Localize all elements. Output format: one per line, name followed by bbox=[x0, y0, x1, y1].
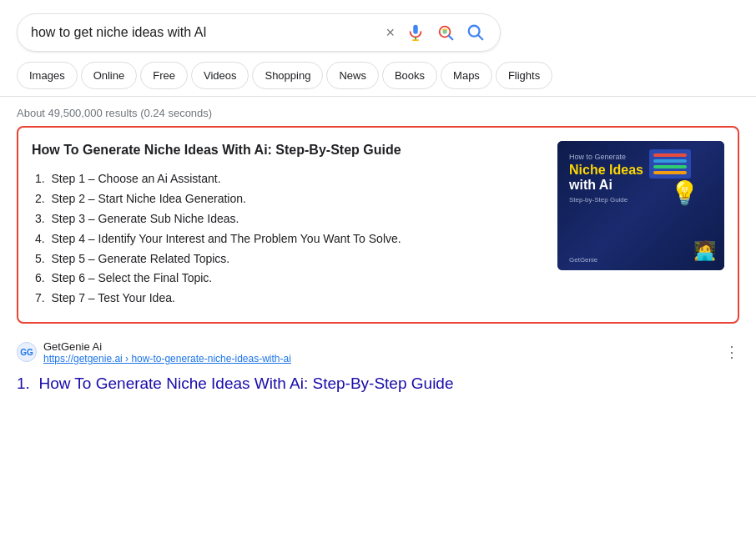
first-result-title: How To Generate Niche Ideas With Ai: Ste… bbox=[38, 375, 453, 392]
screen-line-2 bbox=[653, 159, 687, 163]
first-result-link[interactable]: 1. How To Generate Niche Ideas With Ai: … bbox=[17, 375, 453, 392]
img-screen bbox=[649, 149, 691, 179]
tab-books[interactable]: Books bbox=[382, 62, 437, 89]
clear-button[interactable]: × bbox=[384, 23, 396, 43]
source-favicon: GG bbox=[17, 342, 37, 362]
snippet-image-inner: How to Generate Niche Ideas with Ai Step… bbox=[557, 141, 724, 270]
featured-snippet: How To Generate Niche Ideas With Ai: Ste… bbox=[17, 126, 739, 324]
search-icons: × bbox=[384, 22, 486, 43]
screen-line-4 bbox=[653, 171, 687, 174]
list-item: 4. Step 4 – Identify Your Interest and T… bbox=[32, 229, 544, 249]
source-name: GetGenie Ai bbox=[43, 340, 291, 353]
snippet-title: How To Generate Niche Ideas With Ai: Ste… bbox=[32, 141, 544, 159]
img-step-text: Step-by-Step Guide bbox=[569, 196, 627, 204]
mic-icon bbox=[406, 23, 425, 42]
results-info: About 49,500,000 results (0.24 seconds) bbox=[0, 97, 756, 126]
screen-line-1 bbox=[653, 153, 687, 157]
mic-button[interactable] bbox=[405, 22, 426, 43]
tab-news[interactable]: News bbox=[326, 62, 379, 89]
snippet-image: How to Generate Niche Ideas with Ai Step… bbox=[557, 141, 724, 270]
tab-flights[interactable]: Flights bbox=[496, 62, 552, 89]
first-result-number: 1. bbox=[17, 375, 30, 392]
lens-button[interactable] bbox=[435, 22, 456, 43]
first-result: 1. How To Generate Niche Ideas With Ai: … bbox=[0, 371, 756, 400]
snippet-content: How To Generate Niche Ideas With Ai: Ste… bbox=[32, 141, 544, 309]
list-item: 2. Step 2 – Start Niche Idea Generation. bbox=[32, 189, 544, 209]
img-how-to-text: How to Generate bbox=[569, 153, 626, 161]
search-bar: × bbox=[17, 13, 501, 52]
img-bulb-icon: 💡 bbox=[670, 179, 699, 207]
snippet-list: 1. Step 1 – Choose an Ai Assistant. 2. S… bbox=[32, 169, 544, 309]
tab-shopping[interactable]: Shopping bbox=[252, 62, 323, 89]
search-submit-icon bbox=[466, 23, 485, 42]
tab-online[interactable]: Online bbox=[81, 62, 138, 89]
list-item: 6. Step 6 – Select the Final Topic. bbox=[32, 269, 544, 289]
img-with-ai-text: with Ai bbox=[569, 178, 612, 193]
img-person-icon: 🧑‍💻 bbox=[693, 240, 716, 262]
search-bar-container: × bbox=[0, 0, 756, 62]
tab-free[interactable]: Free bbox=[140, 62, 188, 89]
list-item: 3. Step 3 – Generate Sub Niche Ideas. bbox=[32, 209, 544, 229]
search-submit-button[interactable] bbox=[465, 22, 486, 43]
search-input[interactable] bbox=[31, 25, 384, 40]
img-branding-text: GetGenie bbox=[569, 256, 597, 264]
list-item: 1. Step 1 – Choose an Ai Assistant. bbox=[32, 169, 544, 189]
source-row: GG GetGenie Ai https://getgenie.ai › how… bbox=[0, 337, 756, 371]
img-niche-text: Niche Ideas bbox=[569, 163, 643, 178]
tab-images[interactable]: Images bbox=[17, 62, 78, 89]
nav-tabs: Images Online Free Videos Shopping News … bbox=[0, 62, 756, 97]
source-info: GetGenie Ai https://getgenie.ai › how-to… bbox=[43, 340, 291, 365]
svg-rect-0 bbox=[413, 25, 418, 34]
svg-line-6 bbox=[478, 35, 482, 39]
tab-maps[interactable]: Maps bbox=[441, 62, 492, 89]
list-item: 5. Step 5 – Generate Related Topics. bbox=[32, 249, 544, 269]
screen-line-3 bbox=[653, 165, 687, 168]
list-item: 7. Step 7 – Test Your Idea. bbox=[32, 289, 544, 309]
lens-icon bbox=[436, 23, 455, 42]
source-url[interactable]: https://getgenie.ai › how-to-generate-ni… bbox=[43, 353, 291, 365]
tab-videos[interactable]: Videos bbox=[191, 62, 249, 89]
clear-icon: × bbox=[386, 24, 395, 42]
more-options-icon[interactable]: ⋮ bbox=[724, 343, 739, 361]
